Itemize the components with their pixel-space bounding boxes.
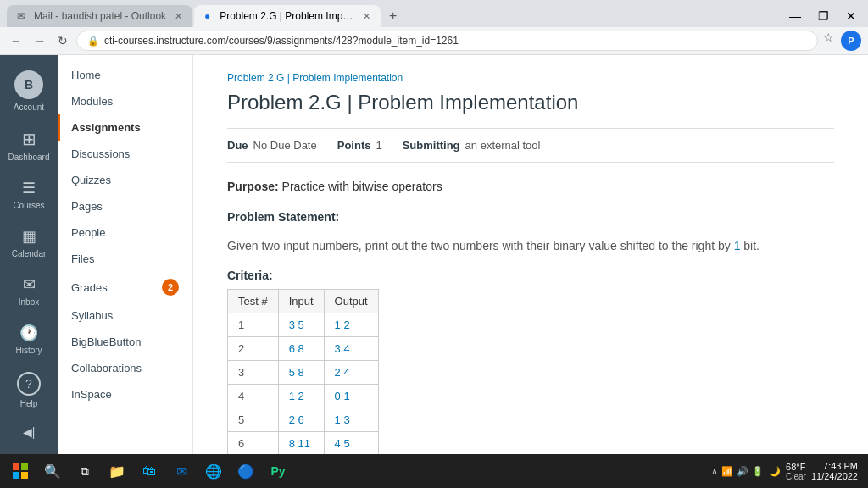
taskbar-edge[interactable]: 🌐: [200, 458, 227, 485]
nav-courses-label: Courses: [13, 201, 44, 210]
sidebar-item-collaborations[interactable]: Collaborations: [58, 355, 192, 381]
taskbar-sys-icons: ∧ 📶 🔊 🔋: [711, 466, 764, 477]
nav-courses[interactable]: ☰ Courses: [0, 170, 58, 219]
nav-history-label: History: [15, 346, 42, 355]
bookmark-icon[interactable]: ☆: [823, 30, 834, 51]
table-row: 13 51 2: [228, 313, 379, 337]
chevron-up-icon[interactable]: ∧: [711, 466, 718, 477]
weather-icon: 🌙: [769, 466, 781, 477]
sidebar-item-modules[interactable]: Modules: [58, 88, 192, 114]
taskbar-search[interactable]: 🔍: [39, 458, 66, 485]
sidebar-item-quizzes[interactable]: Quizzes: [58, 167, 192, 193]
tab-mail-close[interactable]: ✕: [175, 11, 182, 22]
store-icon: 🛍: [142, 463, 156, 479]
sidebar-item-files[interactable]: Files: [58, 246, 192, 272]
nav-history[interactable]: 🕐 History: [0, 315, 58, 363]
input-num: 8: [289, 437, 295, 450]
tab-problem[interactable]: ● Problem 2.G | Problem Implemer... ✕: [194, 5, 381, 27]
table-cell-test: 1: [228, 313, 279, 337]
history-icon: 🕐: [19, 324, 38, 342]
taskbar-explorer[interactable]: 📁: [103, 458, 131, 485]
back-button[interactable]: ←: [7, 30, 25, 51]
new-tab-button[interactable]: +: [382, 8, 403, 24]
sidebar-item-people[interactable]: People: [58, 219, 192, 246]
nav-dashboard-label: Dashboard: [8, 152, 50, 162]
forward-button[interactable]: →: [31, 30, 49, 51]
clock-time: 7:43 PM: [823, 461, 858, 471]
problem-favicon: ●: [204, 10, 214, 22]
address-bar-icons: ☆ P: [823, 30, 861, 51]
nav-help[interactable]: ? Help: [0, 363, 58, 417]
taskbar-chrome[interactable]: 🔵: [232, 458, 259, 485]
table-cell-input: 5 8: [278, 361, 324, 385]
nav-collapse[interactable]: ◀|: [0, 417, 58, 447]
chrome-icon: 🔵: [237, 463, 254, 480]
input-num: 8: [298, 366, 304, 379]
table-cell-output: 4 5: [324, 432, 378, 455]
input-num: 8: [298, 342, 304, 355]
output-num: 1: [335, 319, 341, 331]
sidebar-item-syllabus[interactable]: Syllabus: [58, 302, 192, 329]
sidebar-item-grades[interactable]: Grades: [71, 281, 108, 294]
tab-problem-label: Problem 2.G | Problem Implemer...: [220, 10, 354, 22]
sidebar-item-inspace[interactable]: InSpace: [58, 381, 192, 408]
points-meta: Points 1: [337, 139, 382, 152]
output-num: 4: [343, 366, 349, 379]
purpose-content: Practice with bitwise operators: [282, 180, 442, 193]
url-bar[interactable]: 🔒 cti-courses.instructure.com/courses/9/…: [76, 30, 818, 51]
points-value: 1: [376, 139, 381, 152]
nav-account[interactable]: B Account: [0, 62, 58, 120]
assignment-meta: Due No Due Date Points 1 Submitting an e…: [227, 128, 834, 163]
weather-info: 68°F Clear: [786, 462, 806, 481]
nav-calendar[interactable]: ▦ Calendar: [0, 219, 58, 267]
sidebar: Home Modules Assignments Discussions Qui…: [58, 55, 193, 454]
table-cell-test: 3: [228, 361, 279, 385]
calendar-icon: ▦: [22, 227, 36, 246]
close-button[interactable]: ✕: [841, 8, 861, 25]
edge-icon: 🌐: [205, 463, 222, 480]
col-header-test: Test #: [228, 290, 279, 313]
nav-inbox[interactable]: ✉ Inbox: [0, 267, 58, 315]
sidebar-item-home[interactable]: Home: [58, 62, 192, 88]
minimize-button[interactable]: —: [784, 8, 806, 25]
tab-problem-close[interactable]: ✕: [363, 11, 370, 22]
submitting-value: an external tool: [465, 139, 541, 152]
taskbar-start[interactable]: [7, 458, 34, 485]
url-text: cti-courses.instructure.com/courses/9/as…: [104, 35, 807, 47]
breadcrumb-link[interactable]: Problem 2.G | Problem Implementation: [227, 72, 403, 84]
tab-mail[interactable]: ✉ Mail - bandish patel - Outlook ✕: [7, 5, 192, 27]
icon-nav: B Account ⊞ Dashboard ☰ Courses ▦ Calend…: [0, 55, 58, 454]
criteria-table: Test # Input Output 13 51 226 83 435 82 …: [227, 289, 379, 454]
table-cell-output: 1 2: [324, 313, 378, 337]
output-num: 2: [343, 319, 349, 331]
browser-chrome: ✉ Mail - bandish patel - Outlook ✕ ● Pro…: [0, 0, 868, 55]
mail-taskbar-icon: ✉: [176, 463, 187, 480]
nav-calendar-label: Calendar: [12, 249, 47, 258]
sidebar-item-discussions[interactable]: Discussions: [58, 141, 192, 167]
grades-badge: 2: [162, 279, 179, 296]
taskbar-pycharm[interactable]: Py: [264, 458, 292, 485]
taskbar-store[interactable]: 🛍: [136, 458, 163, 485]
table-row: 35 82 4: [228, 361, 379, 385]
input-num: 5: [289, 366, 295, 379]
table-cell-output: 0 1: [324, 385, 378, 408]
taskbar-mail[interactable]: ✉: [168, 458, 195, 485]
sidebar-item-assignments[interactable]: Assignments: [58, 114, 192, 141]
maximize-button[interactable]: ❐: [813, 8, 834, 25]
col-header-input: Input: [278, 290, 324, 313]
table-row: 41 20 1: [228, 385, 379, 408]
col-header-output: Output: [324, 290, 378, 313]
taskbar-clock[interactable]: 7:43 PM 11/24/2022: [811, 461, 858, 481]
sidebar-item-bigbluebutton[interactable]: BigBlueButton: [58, 329, 192, 355]
table-cell-test: 2: [228, 337, 279, 361]
nav-dashboard[interactable]: ⊞ Dashboard: [0, 120, 58, 170]
refresh-button[interactable]: ↻: [54, 30, 71, 51]
account-avatar: B: [14, 70, 43, 99]
sidebar-grades-row: Grades 2: [58, 272, 192, 302]
profile-icon[interactable]: P: [841, 30, 861, 51]
clock-date: 11/24/2022: [811, 471, 858, 481]
sidebar-item-pages[interactable]: Pages: [58, 193, 192, 219]
output-num: 3: [335, 342, 341, 355]
pycharm-icon: Py: [270, 464, 285, 478]
taskbar-task-view[interactable]: ⧉: [71, 458, 98, 485]
